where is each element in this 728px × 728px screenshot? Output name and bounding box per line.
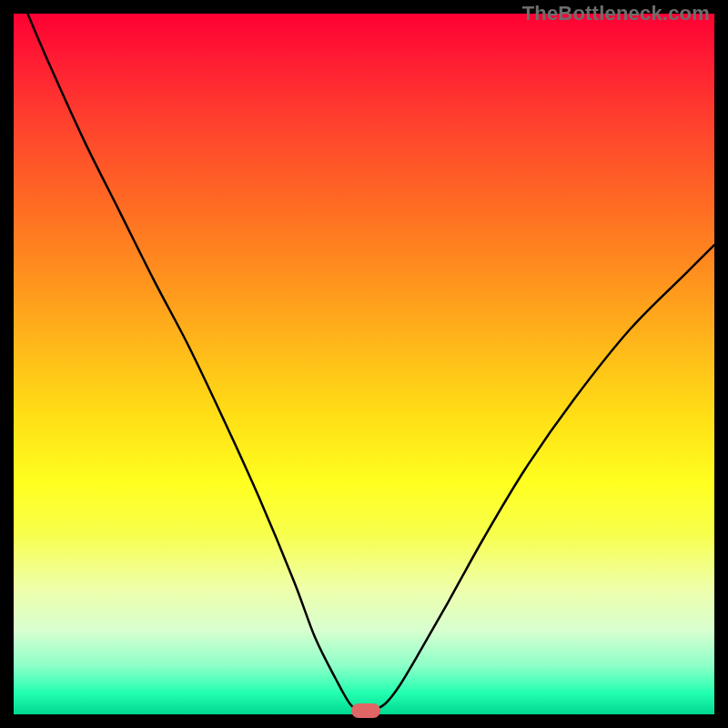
bottleneck-curve xyxy=(14,14,714,714)
chart-frame: TheBottleneck.com xyxy=(0,0,728,728)
plot-area xyxy=(14,14,714,714)
optimum-marker xyxy=(351,703,380,718)
